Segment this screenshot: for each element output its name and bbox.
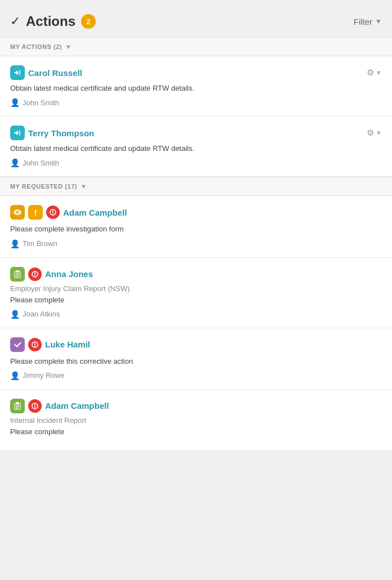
section-my-actions-label: MY ACTIONS (2)	[10, 43, 62, 50]
terry-assignee: John Smith	[23, 159, 59, 167]
clipboard-icon-2	[10, 399, 25, 413]
gear-icon: ⚙	[367, 128, 374, 138]
filter-button[interactable]: Filter ▼	[354, 17, 382, 26]
adam-1-assignee: Tim Brown	[23, 239, 57, 248]
header-left: ✓ Actions 2	[10, 14, 96, 29]
carol-assignee-row: 👤 John Smith	[10, 98, 382, 107]
svg-rect-3	[16, 270, 19, 272]
carol-description: Obtain latest medical certificate and up…	[10, 83, 382, 93]
adam-1-description: Please complete investigation form	[10, 224, 382, 234]
section-my-requested[interactable]: MY REQUESTED (17) ▼	[0, 177, 392, 196]
card-adam-campbell-1: ! Adam Campbell Please complete investig…	[0, 196, 392, 257]
person-icon: 👤	[10, 158, 20, 167]
card-adam-campbell-2: Adam Campbell Internal Incident Report P…	[0, 390, 392, 451]
gear-button-carol[interactable]: ⚙ ▼	[367, 68, 382, 78]
section-my-actions[interactable]: MY ACTIONS (2) ▼	[0, 37, 392, 56]
circle-red-icon	[46, 206, 60, 219]
clipboard-icon	[10, 267, 25, 282]
gear-icon: ⚙	[367, 68, 374, 78]
filter-arrow-icon: ▼	[375, 17, 382, 25]
rtw-icon	[10, 126, 25, 140]
rtw-icon	[10, 65, 25, 80]
exclamation-icon: !	[28, 205, 43, 220]
card-header: Terry Thompson ⚙ ▼	[10, 126, 382, 140]
circle-red-icon-3	[28, 338, 42, 351]
adam-campbell-1-name[interactable]: Adam Campbell	[63, 208, 127, 217]
svg-rect-10	[16, 402, 19, 404]
person-icon: 👤	[10, 239, 20, 248]
card-name-row: Anna Jones	[10, 267, 382, 282]
adam-campbell-2-name[interactable]: Adam Campbell	[45, 401, 109, 411]
actions-badge: 2	[81, 14, 96, 29]
check-icon: ✓	[10, 14, 20, 29]
terry-assignee-row: 👤 John Smith	[10, 158, 382, 167]
anna-description: Please complete	[10, 295, 382, 305]
carol-assignee: John Smith	[23, 99, 59, 107]
svg-point-0	[17, 212, 19, 213]
adam-1-assignee-row: 👤 Tim Brown	[10, 239, 382, 248]
luke-assignee: Jimmy Rowe	[23, 371, 64, 380]
card-name-row: Adam Campbell	[10, 399, 382, 413]
card-carol-russell: Carol Russell ⚙ ▼ Obtain latest medical …	[0, 56, 392, 117]
checkmark-icon	[10, 337, 25, 352]
gear-button-terry[interactable]: ⚙ ▼	[367, 128, 382, 138]
luke-assignee-row: 👤 Jimmy Rowe	[10, 371, 382, 380]
adam-2-sub-label: Internal Incident Report	[10, 416, 382, 425]
filter-label: Filter	[354, 17, 372, 26]
card-name-row: ! Adam Campbell	[10, 205, 382, 220]
anna-sub-label: Employer Injury Claim Report (NSW)	[10, 284, 382, 293]
carol-russell-name[interactable]: Carol Russell	[28, 68, 82, 78]
anna-jones-name[interactable]: Anna Jones	[45, 269, 93, 279]
card-luke-hamil: Luke Hamil Please complete this correcti…	[0, 328, 392, 390]
eye-icon	[10, 205, 25, 220]
card-name-row: Luke Hamil	[10, 337, 382, 352]
section-my-requested-arrow-icon: ▼	[81, 183, 87, 190]
circle-red-icon-4	[28, 399, 42, 413]
anna-assignee: Joan Atkins	[23, 310, 60, 318]
anna-assignee-row: 👤 Joan Atkins	[10, 310, 382, 319]
luke-hamil-name[interactable]: Luke Hamil	[45, 340, 90, 349]
card-terry-thompson: Terry Thompson ⚙ ▼ Obtain latest medical…	[0, 117, 392, 177]
section-my-requested-label: MY REQUESTED (17)	[10, 183, 77, 190]
gear-arrow-icon: ▼	[376, 130, 382, 136]
adam-2-description: Please complete	[10, 427, 382, 437]
terry-description: Obtain latest medical certificate and up…	[10, 144, 382, 154]
luke-description: Please complete this corrective action	[10, 356, 382, 367]
page-title: Actions	[26, 14, 75, 29]
card-anna-jones: Anna Jones Employer Injury Claim Report …	[0, 258, 392, 328]
page-container: ✓ Actions 2 Filter ▼ MY ACTIONS (2) ▼ Ca…	[0, 0, 392, 459]
card-header: Carol Russell ⚙ ▼	[10, 65, 382, 80]
circle-red-icon-2	[28, 267, 42, 281]
terry-thompson-name[interactable]: Terry Thompson	[28, 128, 94, 138]
gear-arrow-icon: ▼	[376, 69, 382, 76]
card-name-row: Terry Thompson	[10, 126, 94, 140]
section-my-actions-arrow-icon: ▼	[65, 43, 72, 50]
person-icon: 👤	[10, 98, 20, 107]
card-name-row: Carol Russell	[10, 65, 82, 80]
person-icon: 👤	[10, 310, 20, 319]
person-icon: 👤	[10, 371, 20, 380]
page-header: ✓ Actions 2 Filter ▼	[0, 8, 392, 37]
